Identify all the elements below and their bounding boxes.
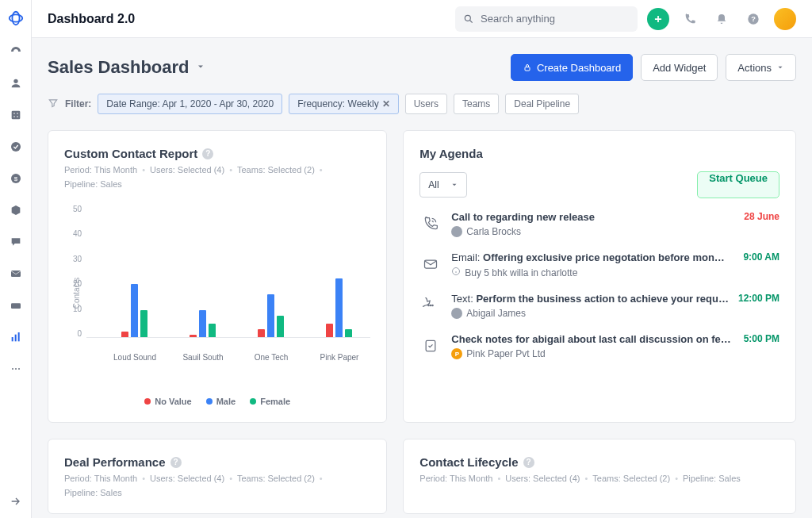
svg-rect-3 — [11, 111, 20, 120]
bar — [140, 310, 147, 337]
nav-cards-icon[interactable] — [9, 298, 23, 313]
card-contact-lifecycle: Contact Lifecycle ? Period: This Month U… — [403, 439, 796, 514]
card-title: Custom Contact Report — [64, 147, 197, 160]
agenda-item-sub: Carla Brocks — [451, 226, 734, 237]
agenda-filter-select[interactable]: All — [419, 172, 466, 198]
svg-point-1 — [12, 12, 19, 25]
bar-group — [121, 284, 149, 337]
x-axis-label: Loud Sound — [113, 353, 156, 362]
add-button[interactable] — [647, 8, 669, 30]
close-icon[interactable]: ✕ — [382, 98, 390, 109]
nav-more-icon[interactable] — [9, 362, 23, 376]
nav-tasks-icon[interactable] — [9, 140, 23, 154]
svg-point-19 — [465, 15, 470, 21]
left-nav: $ — [0, 0, 32, 518]
start-queue-button[interactable]: Start Queue — [697, 171, 779, 198]
nav-messages-icon[interactable] — [9, 235, 23, 249]
nav-companies-icon[interactable] — [9, 108, 23, 122]
bell-icon[interactable] — [710, 8, 733, 30]
agenda-item[interactable]: Email: Offering exclusive price negotati… — [419, 251, 779, 278]
phone-icon[interactable] — [679, 8, 701, 30]
filter-icon[interactable] — [48, 98, 59, 111]
nav-analytics-icon[interactable] — [9, 330, 23, 344]
nav-mail-icon[interactable] — [9, 267, 23, 281]
agenda-item-title: Call to regarding new release — [451, 211, 734, 223]
user-avatar[interactable] — [774, 8, 796, 30]
filter-chip-users[interactable]: Users — [405, 94, 447, 114]
svg-point-26 — [431, 305, 431, 305]
nav-deals-icon[interactable]: $ — [9, 171, 23, 186]
card-title: Deal Performance — [64, 455, 166, 469]
search-icon — [463, 13, 474, 25]
card-title: Contact Lifecycle — [419, 455, 518, 469]
topbar: Dashboard 2.0 Search anything ? — [32, 0, 812, 38]
agenda-item-title: Email: Offering exclusive price negotati… — [451, 251, 733, 263]
bar — [121, 332, 128, 337]
chevron-down-icon — [450, 181, 458, 189]
agenda-item-time: 28 June — [744, 211, 779, 222]
svg-rect-11 — [11, 271, 21, 277]
help-icon[interactable]: ? — [170, 457, 182, 468]
svg-text:?: ? — [751, 15, 756, 23]
filter-chip-daterange[interactable]: Date Range: Apr 1, 2020 - Apr 30, 2020 — [98, 94, 282, 114]
svg-rect-13 — [11, 337, 13, 341]
nav-contacts-icon[interactable] — [9, 76, 23, 90]
chevron-down-icon — [776, 63, 784, 71]
actions-button[interactable]: Actions — [726, 54, 796, 81]
svg-point-8 — [11, 142, 21, 152]
agenda-item-sub: Abigail James — [451, 308, 729, 319]
bar — [277, 316, 284, 337]
svg-rect-23 — [425, 260, 437, 268]
agenda-item-sub: Buy 5 bhk willa in charlotte — [451, 267, 733, 278]
bar — [326, 324, 333, 337]
agenda-item[interactable]: Call to regarding new releaseCarla Brock… — [419, 211, 779, 237]
app-title: Dashboard 2.0 — [48, 12, 135, 26]
lock-icon — [523, 63, 532, 72]
x-axis-label: Sauil South — [182, 353, 223, 362]
help-icon[interactable]: ? — [742, 8, 764, 30]
agenda-item-title: Text: Perform the business action to ach… — [451, 293, 729, 305]
search-input[interactable]: Search anything — [455, 6, 638, 32]
bar — [199, 310, 206, 337]
card-contact-report: Custom Contact Report ? Period: This Mon… — [48, 130, 387, 423]
svg-rect-6 — [13, 116, 14, 117]
chart: Contacts 50403020100 Loud SoundSauil Sou… — [64, 205, 370, 371]
bar — [190, 335, 197, 337]
filter-chip-frequency[interactable]: Frequency: Weekly✕ — [289, 94, 399, 114]
chart-legend: No Value Male Female — [64, 397, 370, 406]
nav-collapse-icon[interactable] — [9, 494, 23, 508]
help-icon[interactable]: ? — [523, 457, 534, 468]
card-deal-performance: Deal Performance ? Period: This Month Us… — [48, 439, 387, 514]
help-icon[interactable]: ? — [202, 148, 213, 159]
agenda-item-time: 5:00 PM — [744, 333, 779, 344]
mail-icon — [419, 253, 442, 275]
filter-chip-teams[interactable]: Teams — [454, 94, 499, 114]
nav-products-icon[interactable] — [9, 203, 23, 217]
svg-text:$: $ — [13, 175, 17, 182]
content-area: Sales Dashboard Create Dashboard Add Wid… — [32, 38, 812, 518]
svg-rect-5 — [17, 113, 17, 113]
bar — [258, 329, 265, 337]
search-placeholder: Search anything — [481, 13, 555, 25]
svg-rect-7 — [17, 116, 17, 117]
svg-point-18 — [18, 368, 20, 370]
x-axis-label: One Tech — [255, 353, 289, 362]
svg-rect-15 — [17, 332, 19, 341]
agenda-item-sub: PPink Paper Pvt Ltd — [451, 348, 733, 359]
chevron-down-icon[interactable] — [196, 60, 205, 75]
agenda-item[interactable]: Text: Perform the business action to ach… — [419, 293, 779, 319]
note-icon — [419, 335, 442, 357]
svg-point-25 — [428, 305, 429, 305]
filter-chip-pipeline[interactable]: Deal Pipeline — [505, 94, 579, 114]
agenda-item[interactable]: Check notes for abigail about last call … — [419, 333, 779, 359]
text-icon — [419, 294, 442, 317]
add-widget-button[interactable]: Add Widget — [641, 54, 718, 81]
filter-bar: Filter: Date Range: Apr 1, 2020 - Apr 30… — [48, 94, 796, 114]
y-axis-label: Contacts — [72, 277, 81, 308]
create-dashboard-button[interactable]: Create Dashboard — [511, 54, 633, 81]
card-title: My Agenda — [419, 147, 482, 160]
agenda-item-time: 9:00 AM — [743, 251, 779, 263]
svg-point-17 — [15, 368, 17, 370]
nav-dashboard-icon[interactable] — [9, 44, 23, 59]
bar — [267, 294, 274, 337]
